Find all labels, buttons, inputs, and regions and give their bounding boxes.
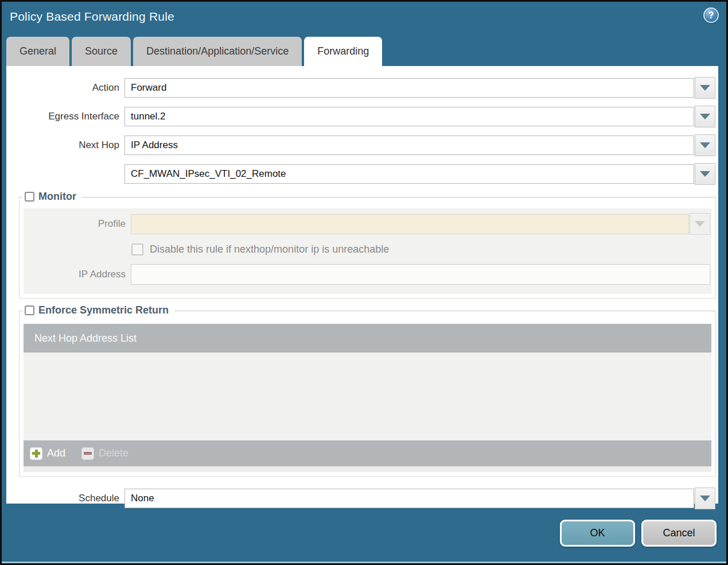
monitor-ip-address-input [131,264,710,285]
delete-button: Delete [81,447,129,460]
schedule-label: Schedule [6,493,119,504]
chevron-down-icon [700,114,710,119]
action-label: Action [6,82,119,94]
next-hop-address-dropdown-button[interactable] [695,163,715,185]
profile-field [131,214,689,234]
tab-destination-application-service[interactable]: Destination/Application/Service [133,37,302,66]
monitor-section: Monitor Profile Disable this rule if nex… [19,197,716,299]
chevron-down-icon [700,171,710,177]
chevron-down-icon [695,221,705,227]
action-combobox: Forward [124,77,715,99]
ok-button[interactable]: OK [560,520,635,547]
dialog-footer: OK Cancel [2,504,726,562]
chevron-down-icon [700,85,710,91]
table-header: Next Hop Address List [24,324,711,353]
help-question-glyph: ? [708,10,714,21]
disable-rule-row: Disable this rule if nexthop/monitor ip … [131,243,710,256]
next-hop-address-row: CF_MWAN_IPsec_VTI_02_Remote [6,163,715,185]
monitor-ip-address-label: IP Address [24,269,126,280]
symmetric-return-section: Enforce Symmetric Return Next Hop Addres… [19,311,716,477]
egress-interface-field[interactable]: tunnel.2 [124,107,694,126]
profile-row: Profile [24,213,710,235]
monitor-ip-address-row: IP Address [24,264,710,285]
monitor-legend-label: Monitor [38,191,76,203]
schedule-combobox: None [124,487,715,509]
next-hop-address-field[interactable]: CF_MWAN_IPsec_VTI_02_Remote [124,164,694,184]
action-row: Action Forward [6,77,715,99]
schedule-field[interactable]: None [124,489,694,508]
profile-label: Profile [24,218,126,230]
minus-icon [81,447,94,460]
chevron-down-icon [700,142,710,148]
tab-forwarding[interactable]: Forwarding [304,37,382,66]
dialog-title: Policy Based Forwarding Rule [10,10,174,24]
add-button[interactable]: Add [30,447,65,460]
tab-bar: General Source Destination/Application/S… [2,36,726,66]
egress-interface-dropdown-button[interactable] [695,106,715,127]
egress-interface-combobox: tunnel.2 [124,106,715,127]
plus-icon [30,447,42,460]
next-hop-row: Next Hop IP Address [6,134,715,156]
window-bottom-edge [2,562,726,563]
egress-interface-label: Egress Interface [6,111,119,122]
action-field[interactable]: Forward [124,78,694,98]
next-hop-dropdown-button[interactable] [695,134,715,156]
action-dropdown-button[interactable] [695,77,715,99]
title-bar: Policy Based Forwarding Rule ? [2,2,726,36]
schedule-row: Schedule None [6,487,715,509]
profile-dropdown-button [690,213,710,235]
next-hop-address-combobox: CF_MWAN_IPsec_VTI_02_Remote [124,163,715,185]
add-button-label: Add [47,447,65,459]
monitor-body: Profile Disable this rule if nexthop/mon… [24,208,711,294]
chevron-down-icon [700,496,710,501]
monitor-checkbox[interactable] [25,192,34,202]
disable-rule-checkbox [131,243,143,256]
table-body[interactable] [24,353,711,440]
egress-interface-row: Egress Interface tunnel.2 [6,106,715,127]
tab-general[interactable]: General [6,37,69,66]
next-hop-label: Next Hop [6,140,119,151]
horizontal-scrollbar[interactable] [24,466,711,472]
disable-rule-label: Disable this rule if nexthop/monitor ip … [150,243,389,256]
monitor-legend: Monitor [22,191,82,203]
table-toolbar: Add Delete [24,440,711,466]
symmetric-return-legend-label: Enforce Symmetric Return [38,304,169,316]
forwarding-tab-panel: Action Forward Egress Interface tunnel.2… [6,66,718,504]
next-hop-combobox: IP Address [124,134,715,156]
symmetric-return-legend: Enforce Symmetric Return [22,304,174,316]
enforce-symmetric-return-checkbox[interactable] [25,305,34,315]
tab-source[interactable]: Source [72,37,131,66]
profile-combobox [131,213,710,235]
cancel-button[interactable]: Cancel [641,520,717,547]
delete-button-label: Delete [99,447,129,459]
next-hop-type-field[interactable]: IP Address [124,136,694,155]
schedule-dropdown-button[interactable] [695,487,715,509]
policy-based-forwarding-dialog: Policy Based Forwarding Rule ? General S… [0,0,728,565]
help-icon[interactable]: ? [703,7,719,23]
next-hop-address-list-table: Next Hop Address List Add Delete [24,324,711,472]
